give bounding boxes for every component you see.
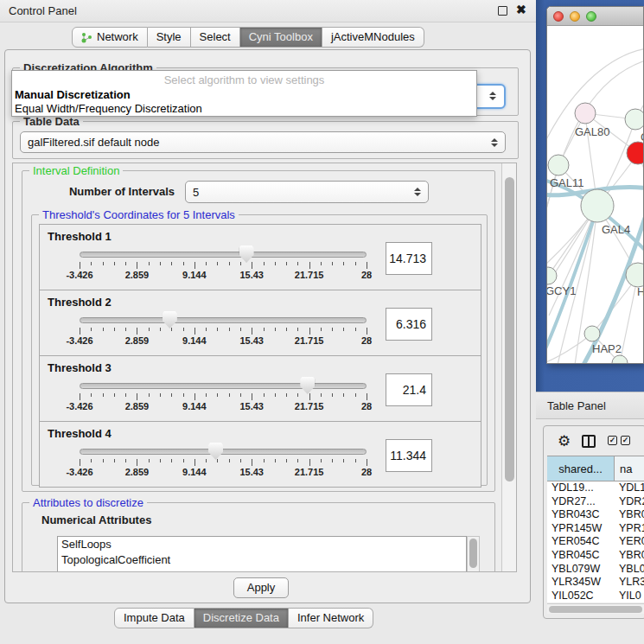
cell-name: YPR1 <box>615 522 644 536</box>
threshold-panel-2: Threshold 2-3.4262.8599.14415.4321.71528… <box>39 290 481 356</box>
threshold-value-field[interactable]: 21.4 <box>386 373 432 406</box>
table-panel-title: Table Panel <box>547 399 606 412</box>
threshold-panel-3: Threshold 3-3.4262.8599.14415.4321.71528… <box>39 355 481 422</box>
threshold-slider[interactable] <box>80 449 367 455</box>
bottom-tab-discretize-data[interactable]: Discretize Data <box>194 608 289 628</box>
algorithm-option-equal-width[interactable]: Equal Width/Frequency Discretization <box>15 101 473 116</box>
network-node[interactable] <box>548 155 569 175</box>
combo-arrows-icon <box>489 92 496 100</box>
table-row[interactable]: YDR27...YDR2 <box>547 495 644 509</box>
table-row[interactable]: YDL19...YDL1 <box>547 481 644 495</box>
threshold-label: Threshold 3 <box>48 361 112 374</box>
checkbox-icon[interactable]: ✓ <box>621 436 630 445</box>
network-window-titlebar[interactable] <box>547 7 644 26</box>
tab-label: Select <box>200 28 231 47</box>
node-table-container: ⚙ ✓ ✓ shared... na YDL19...YDL1YDR27...Y… <box>543 425 644 619</box>
float-window-icon[interactable] <box>498 6 507 16</box>
slider-handle[interactable] <box>208 443 223 460</box>
settings-scrollbar-thumb[interactable] <box>505 177 514 481</box>
cell-name: YDL1 <box>615 481 644 495</box>
table-data-group-title: Table Data <box>20 115 83 128</box>
numerical-attributes-list[interactable]: SelfLoopsTopologicalCoefficientBetweenne… <box>57 536 467 572</box>
tab-select[interactable]: Select <box>191 27 240 48</box>
network-node-label: GCY1 <box>547 284 576 297</box>
slider-handle[interactable] <box>300 377 315 394</box>
table-panel-bar: Table Panel <box>536 392 644 419</box>
settings-scrollbar[interactable] <box>501 163 516 571</box>
table-header-row: shared... na <box>547 456 644 481</box>
table-row[interactable]: YBR045CYBR0 <box>547 549 644 563</box>
interval-definition-title: Interval Definition <box>29 164 123 177</box>
algorithm-option-manual[interactable]: Manual Discretization <box>15 87 473 102</box>
network-node[interactable] <box>581 189 614 222</box>
table-data-group: Table Data galFiltered.sif default node <box>12 121 519 159</box>
slider-tick-labels: -3.4262.8599.14415.4321.71528 <box>80 467 367 479</box>
table-row[interactable]: YIL052CYIL0 <box>547 590 644 603</box>
threshold-slider[interactable] <box>80 317 367 323</box>
table-row[interactable]: YER054CYER0 <box>547 535 644 549</box>
table-horizontal-scrollbar[interactable] <box>547 603 644 614</box>
network-node[interactable] <box>547 267 557 284</box>
mac-minimize-icon[interactable] <box>570 11 580 22</box>
threshold-stack: Threshold 1-3.4262.8599.14415.4321.71528… <box>32 215 488 487</box>
cell-name: YBR0 <box>615 549 644 563</box>
apply-button[interactable]: Apply <box>233 577 289 598</box>
network-node[interactable] <box>584 326 600 341</box>
node-table: shared... na YDL19...YDL1YDR27...YDR2YBR… <box>547 456 644 603</box>
gear-icon[interactable]: ⚙ <box>558 432 571 450</box>
checkbox-icon[interactable]: ✓ <box>608 436 617 445</box>
threshold-value-field[interactable]: 6.316 <box>386 308 432 341</box>
threshold-slider[interactable] <box>80 252 367 258</box>
close-icon[interactable]: ✖ <box>516 3 526 16</box>
attributes-list-scrollbar[interactable] <box>467 536 480 572</box>
network-node[interactable] <box>627 142 644 164</box>
top-tab-bar: NetworkStyleSelectCyni ToolboxjActiveMNo… <box>72 27 424 48</box>
slider-handle[interactable] <box>239 245 254 263</box>
table-data-combobox-value: galFiltered.sif default node <box>28 136 491 149</box>
slider-handle[interactable] <box>163 311 177 328</box>
table-hscroll-thumb[interactable] <box>549 606 642 613</box>
cell-name: YDR2 <box>615 495 644 509</box>
attribute-list-item[interactable]: TopologicalCoefficient <box>58 552 466 568</box>
tab-jactivemnodules[interactable]: jActiveMNodules <box>322 27 424 48</box>
column-header-shared-name[interactable]: shared... <box>547 456 615 481</box>
number-of-intervals-spinner[interactable]: 5 <box>185 181 429 203</box>
number-of-intervals-label: Number of Intervals <box>45 185 175 198</box>
network-node[interactable] <box>625 109 644 130</box>
network-node[interactable] <box>575 103 596 124</box>
attributes-group-title: Attributes to discretize <box>29 496 147 509</box>
table-row[interactable]: YBR043CYBR0 <box>547 508 644 522</box>
cell-shared-name: YIL052C <box>547 590 615 603</box>
tab-style[interactable]: Style <box>148 27 191 48</box>
mac-close-icon[interactable] <box>553 11 564 22</box>
cell-name: YBR0 <box>615 508 644 522</box>
table-data-combobox[interactable]: galFiltered.sif default node <box>20 131 506 153</box>
split-columns-icon[interactable] <box>582 435 596 448</box>
threshold-value-field[interactable]: 11.344 <box>386 439 432 472</box>
attribute-list-item[interactable]: BetweennessCentrality <box>58 568 466 572</box>
tab-cyni-toolbox[interactable]: Cyni Toolbox <box>240 27 322 48</box>
column-header-name[interactable]: na <box>615 456 644 481</box>
bottom-tab-infer-network[interactable]: Infer Network <box>289 608 373 628</box>
cell-shared-name: YPR145W <box>547 522 615 536</box>
interval-definition-group: Interval Definition Number of Intervals … <box>22 170 495 492</box>
algorithm-dropdown-popup: Select algorithm to view settings Manual… <box>11 70 477 117</box>
network-node-label: GAL80 <box>575 125 609 138</box>
bottom-tab-impute-data[interactable]: Impute Data <box>114 608 194 628</box>
slider-ticks <box>80 459 367 467</box>
table-row[interactable]: YBL079WYBL0 <box>547 563 644 577</box>
tab-network[interactable]: Network <box>72 27 148 48</box>
table-row[interactable]: YLR345WYLR3 <box>547 576 644 590</box>
panel-title: Control Panel <box>9 4 77 17</box>
attribute-list-item[interactable]: SelfLoops <box>58 537 466 552</box>
threshold-slider[interactable] <box>80 383 367 389</box>
network-node-label: H <box>637 285 644 298</box>
slider-ticks <box>80 262 367 270</box>
tab-label: Discretize Data <box>203 609 279 628</box>
threshold-value-field[interactable]: 14.713 <box>386 242 432 275</box>
cell-shared-name: YDL19... <box>547 481 615 495</box>
network-canvas[interactable]: GAL80GAGAL11GAL4GCY1HHAP2 <box>547 26 644 364</box>
mac-zoom-icon[interactable] <box>586 11 596 22</box>
network-node-label: GAL4 <box>602 223 630 236</box>
table-row[interactable]: YPR145WYPR1 <box>547 522 644 536</box>
